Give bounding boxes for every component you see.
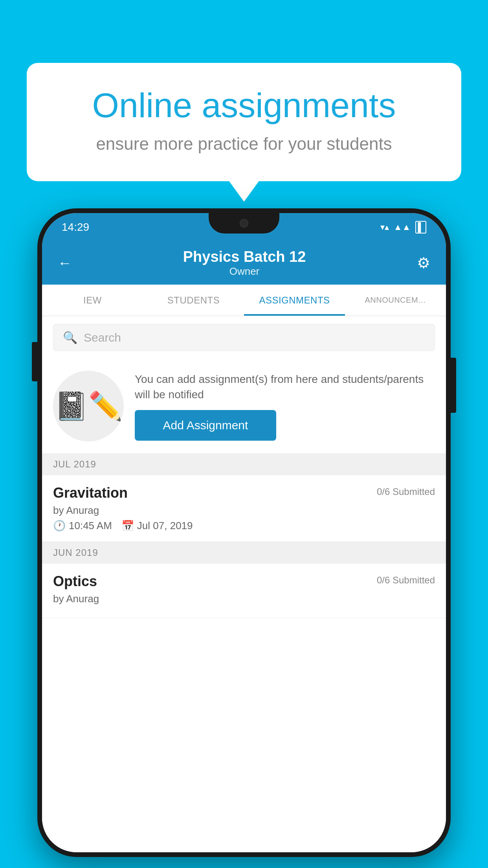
signal-icon: ▲▲ — [394, 222, 411, 232]
phone-inner: 14:29 ▾▴ ▲▲ ▌ ← Physics Batch 12 — [42, 213, 446, 852]
tab-students[interactable]: STUDENTS — [143, 285, 244, 316]
section-jun-label: JUN 2019 — [53, 547, 98, 558]
section-jul-label: JUL 2019 — [53, 459, 96, 469]
bubble-title: Online assignments — [58, 86, 430, 125]
assignment-submitted-optics: 0/6 Submitted — [377, 575, 435, 586]
date-value: Jul 07, 2019 — [137, 520, 193, 532]
assignment-author-gravitation: by Anurag — [53, 504, 435, 517]
assignment-row-top: Gravitation 0/6 Submitted — [53, 485, 435, 501]
tab-announcements[interactable]: ANNOUNCEM… — [345, 285, 446, 316]
assignment-author-optics: by Anurag — [53, 593, 435, 605]
wifi-icon: ▾▴ — [380, 222, 389, 232]
promo-content: You can add assignment(s) from here and … — [135, 371, 435, 441]
content-area: 🔍 Search 📓✏️ You can add assignment(s) f… — [42, 316, 446, 852]
phone-outer: 14:29 ▾▴ ▲▲ ▌ ← Physics Batch 12 — [37, 208, 451, 857]
promo-description: You can add assignment(s) from here and … — [135, 371, 435, 402]
add-assignment-button[interactable]: Add Assignment — [135, 410, 276, 441]
back-button[interactable]: ← — [58, 255, 72, 271]
settings-button[interactable]: ⚙ — [417, 254, 430, 272]
search-icon: 🔍 — [63, 331, 77, 344]
search-placeholder: Search — [84, 331, 121, 344]
assignment-submitted-gravitation: 0/6 Submitted — [377, 486, 435, 497]
assignment-name-gravitation: Gravitation — [53, 485, 128, 501]
speech-bubble: Online assignments ensure more practice … — [27, 63, 461, 181]
assignment-optics[interactable]: Optics 0/6 Submitted by Anurag — [42, 564, 446, 618]
clock-icon: 🕐 — [53, 520, 66, 532]
phone-mockup: 14:29 ▾▴ ▲▲ ▌ ← Physics Batch 12 — [37, 208, 451, 857]
assignment-date: 📅 Jul 07, 2019 — [121, 520, 193, 532]
search-container: 🔍 Search — [42, 316, 446, 359]
speech-bubble-container: Online assignments ensure more practice … — [27, 63, 461, 181]
section-jul-2019: JUL 2019 — [42, 453, 446, 475]
header-subtitle: Owner — [183, 265, 306, 278]
section-jun-2019: JUN 2019 — [42, 542, 446, 564]
notebook-icon: 📓✏️ — [54, 390, 123, 422]
app-header: ← Physics Batch 12 Owner ⚙ — [42, 241, 446, 285]
header-center: Physics Batch 12 Owner — [183, 248, 306, 278]
notch-camera — [240, 219, 248, 228]
battery-icon: ▌ — [415, 221, 426, 234]
add-assignment-promo: 📓✏️ You can add assignment(s) from here … — [42, 359, 446, 453]
promo-icon-circle: 📓✏️ — [53, 371, 124, 441]
time-value: 10:45 AM — [69, 520, 112, 532]
notch — [209, 213, 279, 234]
assignment-optics-row-top: Optics 0/6 Submitted — [53, 573, 435, 590]
assignment-time: 🕐 10:45 AM — [53, 520, 112, 532]
assignment-name-optics: Optics — [53, 573, 97, 590]
status-time: 14:29 — [62, 221, 89, 234]
assignment-gravitation[interactable]: Gravitation 0/6 Submitted by Anurag 🕐 10… — [42, 475, 446, 542]
status-icons: ▾▴ ▲▲ ▌ — [380, 221, 426, 234]
assignment-meta-gravitation: 🕐 10:45 AM 📅 Jul 07, 2019 — [53, 520, 435, 532]
calendar-icon: 📅 — [121, 520, 134, 532]
tab-assignments[interactable]: ASSIGNMENTS — [244, 285, 345, 316]
search-bar[interactable]: 🔍 Search — [53, 324, 435, 351]
status-bar: 14:29 ▾▴ ▲▲ ▌ — [42, 213, 446, 241]
tab-iew[interactable]: IEW — [42, 285, 143, 316]
bubble-subtitle: ensure more practice for your students — [58, 134, 430, 154]
tabs-bar: IEW STUDENTS ASSIGNMENTS ANNOUNCEM… — [42, 285, 446, 316]
header-title: Physics Batch 12 — [183, 248, 306, 265]
